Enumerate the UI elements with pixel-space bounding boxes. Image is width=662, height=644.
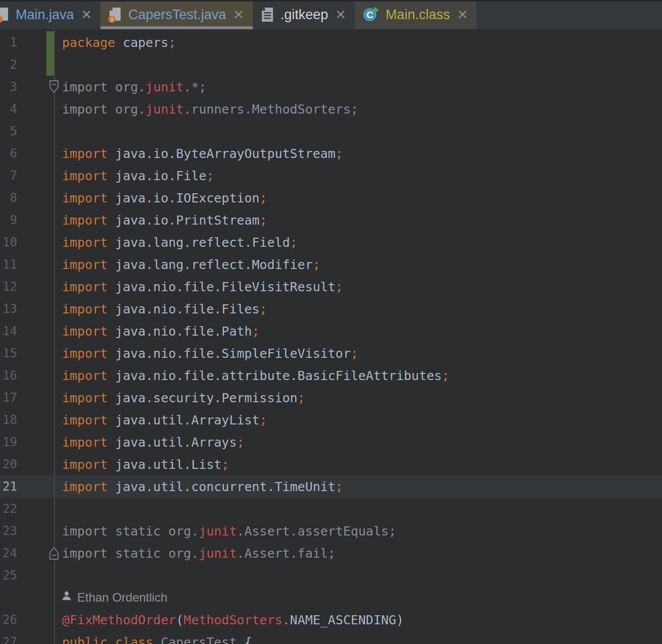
user-icon [61, 591, 72, 605]
text-file-icon [260, 6, 274, 23]
ide-window: J Main.java ✕ J CapersTest.java ✕ [0, 0, 662, 644]
code-text: import java.io.File; [0, 169, 214, 183]
svg-text:C: C [366, 10, 373, 20]
tab-main-java[interactable]: J Main.java ✕ [0, 0, 100, 29]
code-line[interactable]: 19import java.util.Arrays; [0, 431, 662, 453]
code-text: import java.util.ArrayList; [0, 413, 267, 427]
line-number: 5 [0, 124, 17, 138]
line-number: 25 [0, 568, 17, 582]
tab-main-class[interactable]: C Main.class ✕ [355, 0, 476, 29]
code-line[interactable]: 1package capers; [0, 31, 662, 53]
code-line[interactable]: 12import java.nio.file.FileVisitResult; [0, 276, 662, 298]
code-line[interactable]: 22 [0, 498, 662, 520]
author-inlay[interactable]: Ethan Ordentlich [0, 586, 662, 609]
code-line[interactable]: 11import java.lang.reflect.Modifier; [0, 253, 662, 276]
line-number: 22 [0, 502, 17, 516]
fold-start-icon[interactable] [48, 80, 60, 94]
code-line[interactable]: 14import java.nio.file.Path; [0, 320, 662, 342]
code-line[interactable]: 7import java.io.File; [0, 165, 662, 187]
code-text: import java.security.Permission; [0, 391, 305, 405]
code-line[interactable]: 16import java.nio.file.attribute.BasicFi… [0, 364, 662, 387]
code-line[interactable]: 27public class CapersTest { [0, 631, 662, 644]
close-icon[interactable]: ✕ [456, 8, 469, 21]
close-icon[interactable]: ✕ [334, 8, 347, 21]
code-line[interactable]: 21import java.util.concurrent.TimeUnit; [0, 475, 662, 498]
code-line[interactable]: 8import java.io.IOException; [0, 187, 662, 209]
code-line[interactable]: 20import java.util.List; [0, 453, 662, 475]
code-text: public class CapersTest { [0, 635, 252, 644]
code-text: import static org.junit.Assert.assertEqu… [0, 524, 396, 539]
line-number: 2 [0, 58, 17, 72]
code-text: import java.util.List; [0, 457, 229, 472]
code-text: @FixMethodOrder(MethodSorters.NAME_ASCEN… [0, 613, 404, 627]
code-text: import java.lang.reflect.Modifier; [0, 257, 320, 272]
editor-tab-bar: J Main.java ✕ J CapersTest.java ✕ [0, 0, 662, 29]
code-line[interactable]: 24import static org.junit.Assert.fail; [0, 542, 662, 564]
code-text: import java.io.IOException; [0, 191, 267, 205]
code-line[interactable]: 2 [0, 53, 662, 76]
code-text: import org.junit.*; [0, 80, 206, 94]
code-text: import java.nio.file.Files; [0, 302, 267, 316]
code-text: import java.nio.file.attribute.BasicFile… [0, 368, 450, 383]
close-icon[interactable]: ✕ [80, 8, 93, 21]
code-text: import java.lang.reflect.Field; [0, 235, 298, 250]
code-text: import java.io.ByteArrayOutputStream; [0, 146, 343, 161]
code-text: import java.nio.file.FileVisitResult; [0, 280, 343, 294]
tab-label: .gitkeep [281, 7, 328, 23]
code-text: import java.util.Arrays; [0, 435, 244, 450]
java-file-icon: J [0, 6, 10, 23]
code-text: import java.io.PrintStream; [0, 213, 267, 228]
java-file-icon: J [108, 6, 122, 23]
svg-text:J: J [111, 16, 114, 23]
fold-end-icon[interactable] [48, 546, 60, 560]
code-line[interactable]: 18import java.util.ArrayList; [0, 409, 662, 431]
code-editor[interactable]: 1package capers;23import org.junit.*;4im… [0, 29, 662, 644]
code-text: import java.nio.file.Path; [0, 324, 259, 339]
code-line[interactable]: 4import org.junit.runners.MethodSorters; [0, 98, 662, 120]
code-line[interactable]: 23import static org.junit.Assert.assertE… [0, 520, 662, 542]
author-name: Ethan Ordentlich [77, 591, 168, 605]
code-line[interactable]: 17import java.security.Permission; [0, 387, 662, 409]
code-line[interactable]: 5 [0, 120, 662, 142]
code-line[interactable]: 9import java.io.PrintStream; [0, 209, 662, 231]
code-line[interactable]: 26@FixMethodOrder(MethodSorters.NAME_ASC… [0, 609, 662, 631]
close-icon[interactable]: ✕ [232, 8, 245, 21]
code-line[interactable]: 10import java.lang.reflect.Field; [0, 231, 662, 253]
code-line[interactable]: 13import java.nio.file.Files; [0, 298, 662, 320]
tab-gitkeep[interactable]: .gitkeep ✕ [253, 0, 355, 29]
code-line[interactable]: 15import java.nio.file.SimpleFileVisitor… [0, 342, 662, 364]
code-line[interactable]: 25 [0, 564, 662, 586]
tab-label: Main.java [16, 7, 74, 23]
code-text: import java.util.concurrent.TimeUnit; [0, 479, 343, 494]
vcs-added-marker [46, 31, 54, 76]
tab-label: Main.class [385, 7, 450, 23]
code-line[interactable]: 6import java.io.ByteArrayOutputStream; [0, 142, 662, 165]
code-line[interactable]: 3import org.junit.*; [0, 76, 662, 98]
class-file-icon: C [362, 6, 379, 23]
tab-caperstest-java[interactable]: J CapersTest.java ✕ [100, 0, 252, 29]
tab-label: CapersTest.java [128, 7, 226, 23]
code-text: package capers; [0, 35, 176, 50]
